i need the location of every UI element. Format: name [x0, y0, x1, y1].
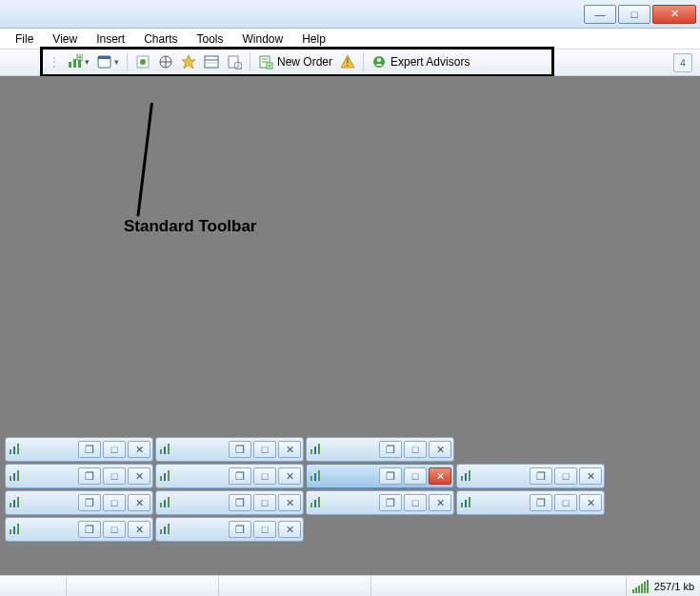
- expert-advisors-label: Expert Advisors: [390, 55, 470, 69]
- terminal-icon: [204, 54, 219, 70]
- minimized-chart-window[interactable]: ❐□✕: [306, 490, 454, 515]
- menu-item-view[interactable]: View: [43, 30, 87, 48]
- minimized-chart-window[interactable]: ❐□✕: [155, 464, 304, 488]
- svg-rect-53: [17, 497, 19, 507]
- new-order-icon: [258, 54, 273, 70]
- close-button[interactable]: ✕: [278, 494, 301, 511]
- maximize-button[interactable]: □: [404, 441, 427, 458]
- maximize-button[interactable]: □: [404, 494, 427, 511]
- menu-item-window[interactable]: Window: [233, 30, 293, 48]
- navigator-button[interactable]: [154, 51, 177, 72]
- data-window-button[interactable]: [177, 51, 200, 72]
- market-watch-button[interactable]: [131, 51, 154, 72]
- maximize-button[interactable]: □: [103, 494, 126, 511]
- maximize-button[interactable]: □: [253, 521, 276, 538]
- restore-button[interactable]: ❐: [530, 494, 552, 511]
- menu-item-file[interactable]: File: [6, 30, 43, 48]
- new-chart-icon: [68, 54, 83, 70]
- mdi-workspace: Standard Toolbar ❐□✕❐□✕❐□✕❐□✕❐□✕❐□✕❐□✕❐□…: [0, 76, 700, 575]
- svg-rect-37: [314, 447, 316, 454]
- expert-advisors-button[interactable]: Expert Advisors: [368, 51, 473, 72]
- maximize-button[interactable]: □: [404, 467, 427, 485]
- restore-button[interactable]: ❐: [379, 441, 402, 458]
- menu-item-tools[interactable]: Tools: [188, 30, 233, 48]
- restore-button[interactable]: ❐: [78, 467, 101, 485]
- window-close-button[interactable]: ✕: [652, 5, 696, 24]
- minimized-chart-window[interactable]: ❐□✕: [155, 437, 304, 462]
- window-minimize-button[interactable]: —: [584, 5, 616, 24]
- status-cell: [67, 576, 219, 596]
- svg-rect-43: [164, 473, 166, 481]
- connection-status: 257/1 kb: [627, 576, 700, 596]
- menu-item-help[interactable]: Help: [292, 30, 335, 48]
- new-order-button[interactable]: New Order: [254, 51, 336, 72]
- minimized-chart-window[interactable]: ❐□✕: [155, 490, 304, 515]
- chart-icon: [158, 442, 173, 457]
- chart-icon: [8, 495, 23, 510]
- svg-rect-34: [164, 447, 166, 454]
- restore-button[interactable]: ❐: [530, 467, 552, 485]
- restore-button[interactable]: ❐: [78, 521, 101, 538]
- minimized-chart-window[interactable]: ❐□✕: [456, 490, 605, 515]
- terminal-button[interactable]: [200, 51, 223, 72]
- minimized-chart-window[interactable]: ❐□✕: [306, 464, 454, 488]
- maximize-button[interactable]: □: [554, 467, 577, 485]
- minimized-chart-window[interactable]: ❐□✕: [5, 517, 153, 542]
- svg-rect-48: [461, 476, 463, 481]
- close-button[interactable]: ✕: [429, 467, 451, 485]
- minimized-chart-window[interactable]: ❐□✕: [5, 464, 153, 488]
- restore-button[interactable]: ❐: [78, 494, 101, 511]
- profiles-icon: [97, 54, 112, 70]
- menu-item-insert[interactable]: Insert: [87, 30, 134, 48]
- svg-rect-56: [168, 497, 170, 507]
- svg-rect-14: [205, 56, 218, 68]
- restore-button[interactable]: ❐: [229, 467, 251, 485]
- maximize-button[interactable]: □: [253, 494, 276, 511]
- close-button[interactable]: ✕: [128, 521, 150, 538]
- close-button[interactable]: ✕: [128, 494, 150, 511]
- svg-rect-30: [10, 449, 11, 454]
- svg-rect-0: [69, 62, 71, 68]
- new-order-label: New Order: [277, 55, 332, 69]
- maximize-button[interactable]: □: [103, 441, 126, 458]
- menu-item-charts[interactable]: Charts: [134, 30, 187, 48]
- profiles-button[interactable]: ▾: [93, 51, 123, 72]
- strategy-tester-icon: [227, 54, 242, 70]
- close-button[interactable]: ✕: [579, 467, 602, 485]
- svg-rect-7: [98, 56, 110, 59]
- maximize-button[interactable]: □: [554, 494, 577, 511]
- close-button[interactable]: ✕: [278, 441, 301, 458]
- minimized-chart-window[interactable]: ❐□✕: [5, 437, 153, 462]
- maximize-button[interactable]: □: [103, 521, 126, 538]
- minimized-chart-window[interactable]: ❐□✕: [155, 517, 304, 542]
- close-button[interactable]: ✕: [579, 494, 602, 511]
- minimized-chart-window[interactable]: ❐□✕: [306, 437, 454, 462]
- maximize-button[interactable]: □: [103, 467, 126, 485]
- restore-button[interactable]: ❐: [379, 494, 402, 511]
- restore-button[interactable]: ❐: [229, 494, 251, 511]
- maximize-button[interactable]: □: [253, 441, 276, 458]
- restore-button[interactable]: ❐: [229, 521, 251, 538]
- meta-editor-button[interactable]: !: [336, 51, 359, 72]
- svg-rect-65: [17, 524, 19, 534]
- close-button[interactable]: ✕: [128, 467, 150, 485]
- toolbar-separator: [250, 52, 250, 71]
- close-button[interactable]: ✕: [278, 467, 301, 485]
- minimized-chart-window[interactable]: ❐□✕: [456, 464, 605, 488]
- strategy-tester-button[interactable]: [223, 51, 246, 72]
- new-chart-button[interactable]: ▾: [64, 51, 93, 72]
- close-button[interactable]: ✕: [278, 521, 301, 538]
- close-button[interactable]: ✕: [128, 441, 150, 458]
- window-maximize-button[interactable]: □: [618, 5, 650, 24]
- svg-point-9: [140, 59, 146, 65]
- maximize-button[interactable]: □: [253, 467, 276, 485]
- close-button[interactable]: ✕: [429, 494, 451, 511]
- message-indicator[interactable]: 4: [673, 53, 692, 72]
- restore-button[interactable]: ❐: [229, 441, 251, 458]
- svg-rect-49: [465, 473, 467, 481]
- restore-button[interactable]: ❐: [379, 467, 402, 485]
- minimized-chart-window[interactable]: ❐□✕: [5, 490, 153, 515]
- market-watch-icon: [135, 54, 150, 70]
- restore-button[interactable]: ❐: [78, 441, 101, 458]
- close-button[interactable]: ✕: [429, 441, 451, 458]
